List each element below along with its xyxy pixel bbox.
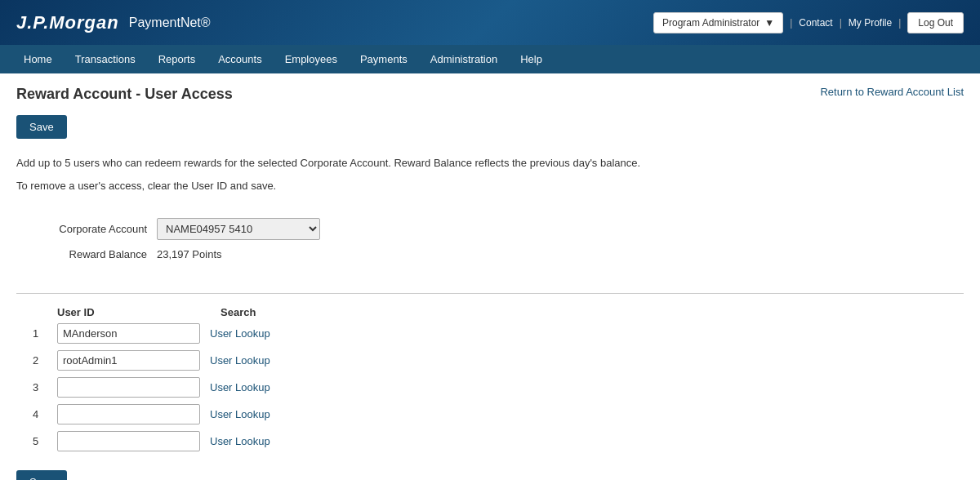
- form-section: Corporate Account NAME04957 5410 Reward …: [16, 210, 964, 277]
- nav-reports[interactable]: Reports: [147, 45, 207, 73]
- main-nav: Home Transactions Reports Accounts Emplo…: [0, 45, 980, 73]
- jpmorgan-logo: J.P.Morgan: [16, 12, 119, 33]
- contact-link[interactable]: Contact: [799, 17, 832, 29]
- nav-transactions[interactable]: Transactions: [64, 45, 147, 73]
- col-num-header: [33, 306, 57, 318]
- program-admin-dropdown[interactable]: Program Administrator ▼: [653, 12, 783, 33]
- info-text-1: Add up to 5 users who can redeem rewards…: [16, 155, 964, 171]
- user-id-input-5[interactable]: [57, 431, 200, 451]
- header: J.P.Morgan PaymentNet® Program Administr…: [0, 0, 980, 45]
- table-row: 1 User Lookup: [33, 323, 964, 344]
- nav-help[interactable]: Help: [509, 45, 554, 73]
- table-header: User ID Search: [33, 306, 964, 318]
- nav-home[interactable]: Home: [12, 45, 64, 73]
- reward-balance-value: 23,197 Points: [157, 248, 222, 260]
- user-id-input-1[interactable]: [57, 323, 200, 344]
- user-lookup-link-4[interactable]: User Lookup: [210, 408, 270, 420]
- sep2: |: [840, 17, 842, 29]
- corp-account-select[interactable]: NAME04957 5410: [157, 218, 320, 240]
- logout-button[interactable]: Log Out: [907, 12, 964, 33]
- user-id-input-3[interactable]: [57, 377, 200, 398]
- row-num-5: 5: [33, 435, 57, 447]
- row-num-1: 1: [33, 327, 57, 340]
- nav-payments[interactable]: Payments: [349, 45, 419, 73]
- reward-balance-row: Reward Balance 23,197 Points: [16, 248, 964, 260]
- nav-administration[interactable]: Administration: [419, 45, 509, 73]
- save-button-top[interactable]: Save: [16, 115, 67, 139]
- table-row: 2 User Lookup: [33, 350, 964, 371]
- row-num-4: 4: [33, 408, 57, 420]
- return-link[interactable]: Return to Reward Account List: [820, 86, 964, 98]
- sep3: |: [898, 17, 901, 29]
- product-name: PaymentNet®: [129, 16, 211, 30]
- save-button-bottom[interactable]: Save: [16, 470, 67, 480]
- page-header: Reward Account - User Access Return to R…: [16, 86, 964, 103]
- col-userid-header: User ID: [57, 306, 220, 318]
- info-text-2: To remove a user's access, clear the Use…: [16, 178, 964, 194]
- user-id-input-4[interactable]: [57, 404, 200, 424]
- chevron-down-icon: ▼: [764, 17, 774, 29]
- col-search-header: Search: [220, 306, 302, 318]
- row-num-3: 3: [33, 381, 57, 393]
- reward-balance-label: Reward Balance: [16, 248, 147, 260]
- table-row: 3 User Lookup: [33, 377, 964, 398]
- corp-account-row: Corporate Account NAME04957 5410: [16, 218, 964, 240]
- user-lookup-link-2[interactable]: User Lookup: [210, 354, 270, 367]
- sep1: |: [790, 17, 792, 29]
- table-row: 4 User Lookup: [33, 404, 964, 424]
- user-lookup-link-1[interactable]: User Lookup: [210, 327, 270, 340]
- nav-accounts[interactable]: Accounts: [207, 45, 273, 73]
- my-profile-link[interactable]: My Profile: [849, 17, 892, 29]
- main-content: Reward Account - User Access Return to R…: [0, 73, 980, 480]
- logo-area: J.P.Morgan PaymentNet®: [16, 12, 211, 33]
- user-lookup-link-5[interactable]: User Lookup: [210, 435, 270, 447]
- divider: [16, 293, 964, 294]
- nav-employees[interactable]: Employees: [274, 45, 349, 73]
- row-num-2: 2: [33, 354, 57, 367]
- page-title: Reward Account - User Access: [16, 86, 233, 103]
- user-id-input-2[interactable]: [57, 350, 200, 371]
- user-table: User ID Search 1 User Lookup 2 User Look…: [33, 306, 964, 451]
- table-row: 5 User Lookup: [33, 431, 964, 451]
- corp-account-label: Corporate Account: [16, 223, 147, 235]
- user-lookup-link-3[interactable]: User Lookup: [210, 381, 270, 393]
- header-actions: Program Administrator ▼ | Contact | My P…: [653, 12, 964, 33]
